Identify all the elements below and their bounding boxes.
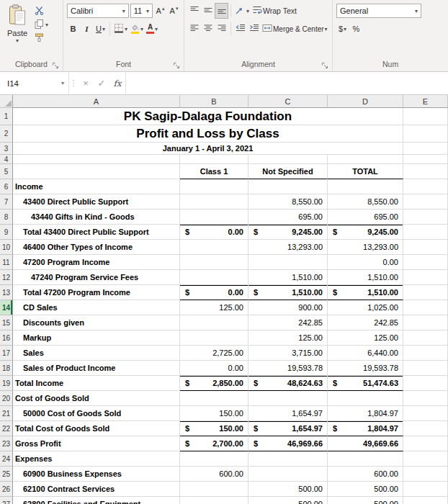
borders-dropdown-arrow-icon[interactable]: ▾	[125, 27, 127, 32]
alignment-dialog-launcher[interactable]	[321, 62, 328, 69]
cell-B20[interactable]	[180, 391, 248, 406]
cell-B4[interactable]	[180, 155, 248, 164]
underline-dropdown-arrow-icon[interactable]: ▾	[102, 27, 105, 32]
cell-B22[interactable]: $150.00	[180, 421, 248, 436]
align-center-button[interactable]	[202, 22, 214, 36]
cell-D22[interactable]: $1,804.97	[328, 421, 403, 436]
cell-C15[interactable]: 242.85	[248, 315, 328, 330]
orientation-dropdown-arrow-icon[interactable]: ▾	[246, 9, 249, 14]
cell-D21[interactable]: 1,804.97	[328, 406, 403, 421]
cell-A13[interactable]: Total 47200 Program Income	[13, 285, 180, 300]
cell-E4[interactable]	[403, 155, 448, 164]
cell-B13[interactable]: $0.00	[180, 285, 248, 300]
row-header-20[interactable]: 20	[0, 391, 13, 406]
cell-B12[interactable]	[180, 270, 248, 285]
font-size-select[interactable]: 11 ▾	[130, 4, 153, 18]
cell-A19[interactable]: Total Income	[13, 376, 180, 391]
bottom-align-button[interactable]	[215, 4, 228, 18]
underline-button[interactable]: U ▾	[94, 22, 107, 36]
cell-B17[interactable]: 2,725.00	[180, 346, 248, 361]
cell-A5[interactable]	[13, 164, 180, 179]
cell-A17[interactable]: Sales	[13, 346, 180, 361]
cell-C24[interactable]	[248, 451, 328, 467]
cell-B16[interactable]	[180, 330, 248, 346]
cell-A26[interactable]: 62100 Contract Services	[13, 482, 180, 497]
cell-D5[interactable]: TOTAL	[328, 164, 403, 179]
cell-C16[interactable]: 125.00	[248, 330, 328, 346]
cell-C22[interactable]: $1,654.97	[248, 421, 328, 436]
row-header-6[interactable]: 6	[0, 179, 13, 194]
row-header-12[interactable]: 12	[0, 270, 13, 285]
accounting-format-button[interactable]: $ ▾	[336, 22, 349, 36]
merge-center-button[interactable]: Merge & Center ▾	[261, 22, 328, 36]
cell-D26[interactable]: 500.00	[328, 482, 403, 497]
cell-B15[interactable]	[180, 315, 248, 330]
cell-B19[interactable]: $2,850.00	[180, 376, 248, 391]
accounting-dropdown-arrow-icon[interactable]: ▾	[344, 27, 346, 32]
row-header-10[interactable]: 10	[0, 240, 13, 255]
cell-D13[interactable]: $1,510.00	[328, 285, 403, 300]
cell-B8[interactable]	[180, 210, 248, 225]
cell-E14[interactable]	[403, 300, 448, 315]
cell-A25[interactable]: 60900 Business Expenses	[13, 467, 180, 482]
cell-E1[interactable]	[403, 108, 448, 125]
cell-C9[interactable]: $9,245.00	[248, 225, 328, 240]
cell-C18[interactable]: 19,593.78	[248, 361, 328, 376]
cell-B25[interactable]: 600.00	[180, 467, 248, 482]
cell-B24[interactable]	[180, 451, 248, 467]
cell-B18[interactable]: 0.00	[180, 361, 248, 376]
cell-E7[interactable]	[403, 194, 448, 210]
wrap-text-button[interactable]: Wrap Text	[251, 4, 297, 18]
row-header-4[interactable]: 4	[0, 155, 13, 164]
cell-A24[interactable]: Expenses	[13, 451, 180, 467]
cell-A21[interactable]: 50000 Cost of Goods Sold	[13, 406, 180, 421]
bold-button[interactable]: B	[67, 22, 79, 36]
row-header-14[interactable]: 14	[0, 300, 13, 315]
orientation-button[interactable]: ▾	[234, 4, 250, 18]
shrink-font-button[interactable]: A▾	[168, 4, 180, 18]
cell-E12[interactable]	[403, 270, 448, 285]
row-header-7[interactable]: 7	[0, 194, 13, 210]
cell-C5[interactable]: Not Specified	[248, 164, 328, 179]
increase-indent-button[interactable]	[248, 22, 260, 36]
insert-function-button[interactable]: fx	[109, 72, 125, 94]
row-header-24[interactable]: 24	[0, 451, 13, 467]
cell-A15[interactable]: Discounts given	[13, 315, 180, 330]
cell-E5[interactable]	[403, 164, 448, 179]
cell-C26[interactable]: 500.00	[248, 482, 328, 497]
cancel-button[interactable]: ×	[78, 72, 94, 94]
cell-A23[interactable]: Gross Profit	[13, 436, 180, 451]
row-header-18[interactable]: 18	[0, 361, 13, 376]
number-format-select[interactable]: General ▾	[336, 4, 421, 18]
cell-A8[interactable]: 43440 Gifts in Kind - Goods	[13, 210, 180, 225]
row-header-27[interactable]: 27	[0, 497, 13, 504]
cell-A18[interactable]: Sales of Product Income	[13, 361, 180, 376]
column-header-D[interactable]: D	[328, 95, 403, 108]
cell-C8[interactable]: 695.00	[248, 210, 328, 225]
row-header-15[interactable]: 15	[0, 315, 13, 330]
cell-E13[interactable]	[403, 285, 448, 300]
cut-button[interactable]	[35, 6, 48, 17]
cell-D17[interactable]: 6,440.00	[328, 346, 403, 361]
format-painter-button[interactable]	[35, 33, 48, 44]
cell-E2[interactable]	[403, 125, 448, 143]
cell-A1[interactable]: PK Sagip-Dalaga Foundation	[13, 108, 403, 125]
clipboard-dialog-launcher[interactable]	[52, 62, 59, 69]
cell-D19[interactable]: $51,474.63	[328, 376, 403, 391]
cell-A22[interactable]: Total Cost of Goods Sold	[13, 421, 180, 436]
align-right-button[interactable]	[215, 22, 228, 36]
align-left-button[interactable]	[188, 22, 200, 36]
percent-style-button[interactable]: %	[350, 22, 362, 36]
cell-D23[interactable]: 49,669.66	[328, 436, 403, 451]
cell-E16[interactable]	[403, 330, 448, 346]
select-all-button[interactable]	[0, 95, 13, 108]
cell-B5[interactable]: Class 1	[180, 164, 248, 179]
row-header-1[interactable]: 1	[0, 108, 13, 125]
cell-E19[interactable]	[403, 376, 448, 391]
row-header-16[interactable]: 16	[0, 330, 13, 346]
cell-B27[interactable]	[180, 497, 248, 504]
cell-C23[interactable]: $46,969.66	[248, 436, 328, 451]
cell-C10[interactable]: 13,293.00	[248, 240, 328, 255]
cell-D7[interactable]: 8,550.00	[328, 194, 403, 210]
cell-D15[interactable]: 242.85	[328, 315, 403, 330]
